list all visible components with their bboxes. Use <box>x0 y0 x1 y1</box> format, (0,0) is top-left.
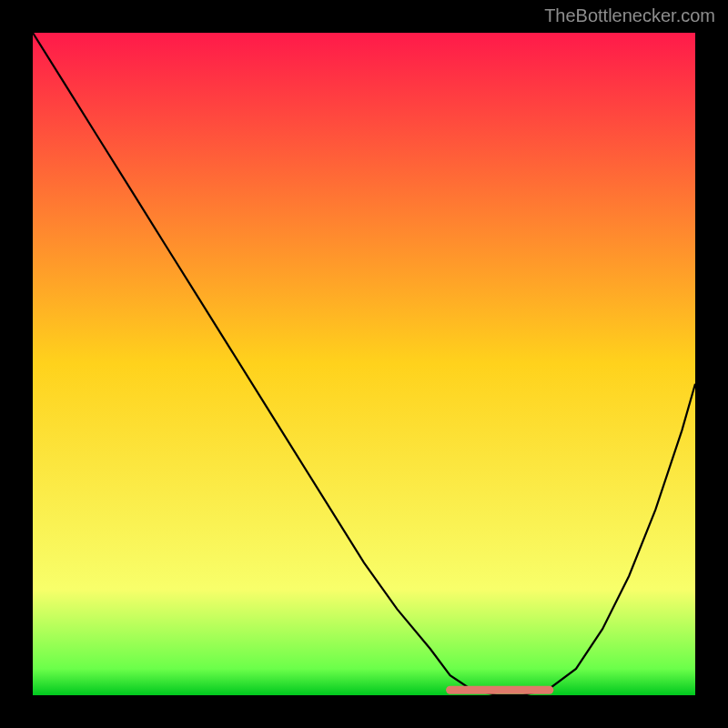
chart-background <box>33 33 695 695</box>
chart-svg <box>33 33 695 695</box>
watermark-text: TheBottlenecker.com <box>544 5 715 26</box>
chart-plot-area <box>33 33 695 695</box>
